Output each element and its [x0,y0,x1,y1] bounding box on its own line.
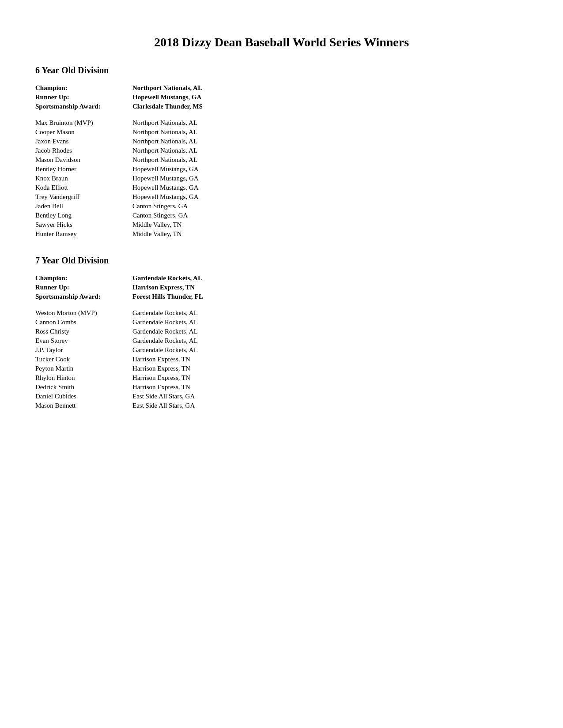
player-name-6year-6: Knox Braun [35,175,132,182]
player-row-7year-6: Peyton MartinHarrison Express, TN [35,365,528,372]
division-title-6year: 6 Year Old Division [35,65,528,75]
player-team-6year-8: Hopewell Mustangs, GA [132,193,199,201]
player-name-7year-1: Cannon Combs [35,319,132,326]
award-label-7year-1: Runner Up: [35,284,132,291]
award-row-7year-1: Runner Up:Harrison Express, TN [35,284,528,291]
award-row-6year-1: Runner Up:Hopewell Mustangs, GA [35,94,528,101]
player-team-6year-11: Middle Valley, TN [132,221,181,229]
player-row-6year-12: Hunter RamseyMiddle Valley, TN [35,230,528,238]
player-team-7year-0: Gardendale Rockets, AL [132,309,198,317]
player-row-6year-4: Mason DavidsonNorthport Nationals, AL [35,156,528,164]
player-name-6year-12: Hunter Ramsey [35,230,132,238]
player-team-6year-0: Northport Nationals, AL [132,119,197,127]
player-name-7year-9: Daniel Cubides [35,393,132,400]
player-row-7year-10: Mason BennettEast Side All Stars, GA [35,402,528,409]
player-name-6year-9: Jaden Bell [35,203,132,210]
player-team-6year-12: Middle Valley, TN [132,230,181,238]
player-name-6year-4: Mason Davidson [35,156,132,164]
player-name-6year-10: Bentley Long [35,212,132,219]
player-name-6year-3: Jacob Rhodes [35,147,132,154]
player-name-6year-0: Max Bruinton (MVP) [35,119,132,127]
player-team-6year-2: Northport Nationals, AL [132,138,197,145]
player-name-6year-1: Cooper Mason [35,128,132,136]
award-value-6year-1: Hopewell Mustangs, GA [132,94,201,101]
player-name-6year-2: Jaxon Evans [35,138,132,145]
player-team-6year-9: Canton Stingers, GA [132,203,188,210]
player-row-6year-11: Sawyer HicksMiddle Valley, TN [35,221,528,229]
player-row-6year-0: Max Bruinton (MVP)Northport Nationals, A… [35,119,528,127]
player-row-6year-9: Jaden BellCanton Stingers, GA [35,203,528,210]
award-row-6year-0: Champion:Northport Nationals, AL [35,84,528,92]
award-label-6year-0: Champion: [35,84,132,92]
player-name-6year-11: Sawyer Hicks [35,221,132,229]
division-section-6year: 6 Year Old DivisionChampion:Northport Na… [35,65,528,238]
players-block-7year: Weston Morton (MVP)Gardendale Rockets, A… [35,309,528,409]
player-team-7year-5: Harrison Express, TN [132,356,190,363]
player-team-7year-1: Gardendale Rockets, AL [132,319,198,326]
player-name-6year-7: Koda Elliott [35,184,132,191]
player-team-7year-2: Gardendale Rockets, AL [132,328,198,335]
player-row-6year-3: Jacob RhodesNorthport Nationals, AL [35,147,528,154]
award-value-6year-2: Clarksdale Thunder, MS [132,103,203,110]
award-value-7year-2: Forest Hills Thunder, FL [132,293,203,300]
award-row-7year-2: Sportsmanship Award:Forest Hills Thunder… [35,293,528,300]
player-team-7year-10: East Side All Stars, GA [132,402,195,409]
player-name-7year-3: Evan Storey [35,337,132,345]
award-label-6year-1: Runner Up: [35,94,132,101]
player-team-6year-10: Canton Stingers, GA [132,212,188,219]
player-team-7year-4: Gardendale Rockets, AL [132,346,198,354]
player-team-7year-3: Gardendale Rockets, AL [132,337,198,345]
player-team-6year-5: Hopewell Mustangs, GA [132,165,199,173]
player-row-6year-5: Bentley HornerHopewell Mustangs, GA [35,165,528,173]
player-team-6year-6: Hopewell Mustangs, GA [132,175,199,182]
player-team-6year-7: Hopewell Mustangs, GA [132,184,199,191]
player-team-7year-6: Harrison Express, TN [132,365,190,372]
player-row-6year-2: Jaxon EvansNorthport Nationals, AL [35,138,528,145]
award-label-7year-0: Champion: [35,274,132,282]
player-team-6year-4: Northport Nationals, AL [132,156,197,164]
player-row-6year-1: Cooper MasonNorthport Nationals, AL [35,128,528,136]
awards-block-7year: Champion:Gardendale Rockets, ALRunner Up… [35,274,528,300]
player-team-7year-9: East Side All Stars, GA [132,393,195,400]
player-row-6year-7: Koda ElliottHopewell Mustangs, GA [35,184,528,191]
player-name-7year-4: J.P. Taylor [35,346,132,354]
award-row-7year-0: Champion:Gardendale Rockets, AL [35,274,528,282]
player-name-7year-8: Dedrick Smith [35,383,132,391]
player-row-6year-10: Bentley LongCanton Stingers, GA [35,212,528,219]
award-value-7year-1: Harrison Express, TN [132,284,195,291]
player-name-6year-8: Trey Vandergriff [35,193,132,201]
player-row-7year-5: Tucker CookHarrison Express, TN [35,356,528,363]
player-name-7year-10: Mason Bennett [35,402,132,409]
player-row-7year-0: Weston Morton (MVP)Gardendale Rockets, A… [35,309,528,317]
award-row-6year-2: Sportsmanship Award:Clarksdale Thunder, … [35,103,528,110]
player-name-7year-2: Ross Christy [35,328,132,335]
player-team-6year-3: Northport Nationals, AL [132,147,197,154]
player-name-6year-5: Bentley Horner [35,165,132,173]
award-label-7year-2: Sportsmanship Award: [35,293,132,300]
player-row-7year-2: Ross ChristyGardendale Rockets, AL [35,328,528,335]
award-value-7year-0: Gardendale Rockets, AL [132,274,202,282]
player-name-7year-5: Tucker Cook [35,356,132,363]
player-row-6year-6: Knox BraunHopewell Mustangs, GA [35,175,528,182]
player-name-7year-6: Peyton Martin [35,365,132,372]
player-row-7year-4: J.P. TaylorGardendale Rockets, AL [35,346,528,354]
players-block-6year: Max Bruinton (MVP)Northport Nationals, A… [35,119,528,238]
award-value-6year-0: Northport Nationals, AL [132,84,202,92]
player-team-6year-1: Northport Nationals, AL [132,128,197,136]
player-name-7year-7: Rhylon Hinton [35,374,132,382]
player-row-7year-7: Rhylon HintonHarrison Express, TN [35,374,528,382]
player-row-6year-8: Trey VandergriffHopewell Mustangs, GA [35,193,528,201]
division-title-7year: 7 Year Old Division [35,255,528,266]
player-team-7year-8: Harrison Express, TN [132,383,190,391]
division-section-7year: 7 Year Old DivisionChampion:Gardendale R… [35,255,528,409]
player-row-7year-1: Cannon CombsGardendale Rockets, AL [35,319,528,326]
award-label-6year-2: Sportsmanship Award: [35,103,132,110]
player-team-7year-7: Harrison Express, TN [132,374,190,382]
player-row-7year-8: Dedrick SmithHarrison Express, TN [35,383,528,391]
awards-block-6year: Champion:Northport Nationals, ALRunner U… [35,84,528,110]
player-row-7year-3: Evan StoreyGardendale Rockets, AL [35,337,528,345]
player-name-7year-0: Weston Morton (MVP) [35,309,132,317]
player-row-7year-9: Daniel CubidesEast Side All Stars, GA [35,393,528,400]
page-title: 2018 Dizzy Dean Baseball World Series Wi… [35,35,528,49]
